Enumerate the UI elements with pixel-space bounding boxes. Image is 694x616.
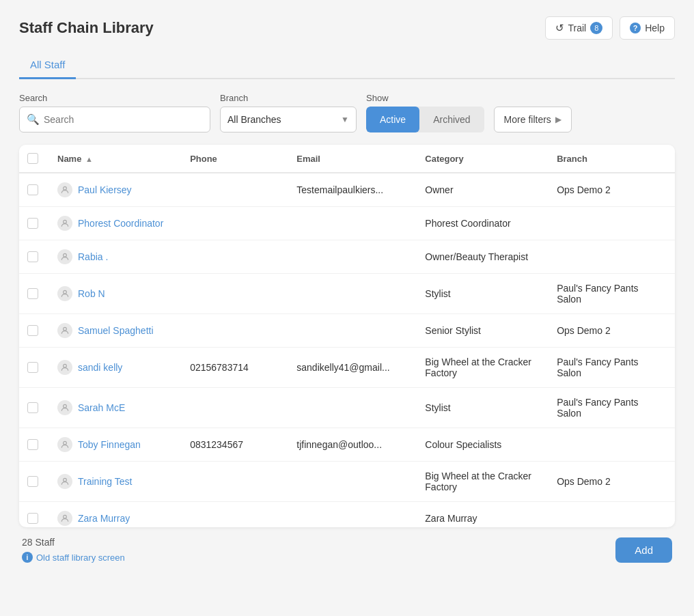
col-header-branch: Branch bbox=[546, 145, 675, 173]
tab-all-staff[interactable]: All Staff bbox=[19, 52, 76, 79]
select-all-header[interactable] bbox=[19, 145, 46, 173]
staff-name-link[interactable]: Rob N bbox=[57, 286, 168, 301]
row-checkbox[interactable] bbox=[27, 251, 38, 262]
col-header-category: Category bbox=[414, 145, 546, 173]
row-checkbox-cell[interactable] bbox=[19, 388, 46, 428]
row-checkbox-cell[interactable] bbox=[19, 274, 46, 314]
staff-name-link[interactable]: Rabia . bbox=[57, 249, 168, 264]
row-name-cell: Sarah McE bbox=[46, 388, 179, 428]
row-branch-cell: Ops Demo 2 bbox=[546, 462, 675, 502]
row-checkbox-cell[interactable] bbox=[19, 502, 46, 528]
avatar bbox=[57, 400, 72, 415]
table-row: Rob N Stylist Paul's Fancy Pants Salon bbox=[19, 274, 675, 314]
footer-row: 28 Staff i Old staff library screen Add bbox=[19, 527, 675, 563]
row-category-cell: Zara Murray bbox=[414, 502, 546, 528]
row-category-cell: Big Wheel at the Cracker Factory bbox=[414, 462, 546, 502]
avatar bbox=[57, 323, 72, 338]
staff-name-link[interactable]: Training Test bbox=[57, 474, 168, 489]
staff-name-link[interactable]: Samuel Spaghetti bbox=[57, 323, 168, 338]
row-email-cell: Testemailpaulkiers... bbox=[286, 173, 414, 207]
row-checkbox[interactable] bbox=[27, 184, 38, 195]
old-screen-link[interactable]: i Old staff library screen bbox=[22, 552, 125, 563]
show-group: Show Active Archived bbox=[366, 93, 484, 132]
more-filters-button[interactable]: More filters ▶ bbox=[494, 107, 572, 132]
more-filters-group: _ More filters ▶ bbox=[494, 93, 572, 132]
row-checkbox[interactable] bbox=[27, 218, 38, 229]
row-name-cell: sandi kelly bbox=[46, 348, 179, 388]
chevron-down-icon: ▼ bbox=[341, 115, 349, 124]
row-name-cell: Rabia . bbox=[46, 240, 179, 274]
col-header-phone: Phone bbox=[179, 145, 286, 173]
row-checkbox-cell[interactable] bbox=[19, 462, 46, 502]
row-checkbox[interactable] bbox=[27, 513, 38, 524]
row-checkbox[interactable] bbox=[27, 402, 38, 413]
row-checkbox[interactable] bbox=[27, 439, 38, 450]
row-branch-cell: Paul's Fancy Pants Salon bbox=[546, 388, 675, 428]
row-checkbox[interactable] bbox=[27, 362, 38, 373]
avatar bbox=[57, 216, 72, 231]
row-checkbox-cell[interactable] bbox=[19, 240, 46, 274]
row-checkbox-cell[interactable] bbox=[19, 348, 46, 388]
row-name-cell: Paul Kiersey bbox=[46, 173, 179, 207]
table-row: Samuel Spaghetti Senior Stylist Ops Demo… bbox=[19, 314, 675, 348]
staff-name-link[interactable]: Zara Murray bbox=[57, 511, 168, 526]
search-input[interactable] bbox=[44, 114, 203, 125]
row-phone-cell bbox=[179, 207, 286, 240]
col-header-email: Email bbox=[286, 145, 414, 173]
info-icon: i bbox=[22, 552, 33, 563]
staff-table: Name ▲ Phone Email Category bbox=[19, 145, 675, 527]
row-checkbox[interactable] bbox=[27, 288, 38, 299]
table-container[interactable]: Name ▲ Phone Email Category bbox=[19, 145, 675, 527]
row-phone-cell: 0831234567 bbox=[179, 428, 286, 462]
row-checkbox[interactable] bbox=[27, 325, 38, 336]
search-input-wrap[interactable]: 🔍 bbox=[19, 107, 210, 132]
row-checkbox-cell[interactable] bbox=[19, 428, 46, 462]
row-email-cell: tjfinnegan@outloo... bbox=[286, 428, 414, 462]
avatar bbox=[57, 474, 72, 489]
show-archived-button[interactable]: Archived bbox=[419, 107, 484, 132]
add-button[interactable]: Add bbox=[615, 537, 672, 563]
table-row: Phorest Coordinator Phorest Coordinator bbox=[19, 207, 675, 240]
row-category-cell: Colour Specialists bbox=[414, 428, 546, 462]
branch-value: All Branches bbox=[227, 114, 281, 125]
staff-name-link[interactable]: Sarah McE bbox=[57, 400, 168, 415]
row-name-cell: Samuel Spaghetti bbox=[46, 314, 179, 348]
row-branch-cell bbox=[546, 428, 675, 462]
row-checkbox[interactable] bbox=[27, 476, 38, 487]
row-checkbox-cell[interactable] bbox=[19, 207, 46, 240]
row-email-cell bbox=[286, 314, 414, 348]
staff-name-link[interactable]: Phorest Coordinator bbox=[57, 216, 168, 231]
help-button[interactable]: ? Help bbox=[620, 16, 675, 40]
branch-group: Branch All Branches ▼ bbox=[220, 93, 357, 132]
row-phone-cell: 02156783714 bbox=[179, 348, 286, 388]
row-category-cell: Stylist bbox=[414, 388, 546, 428]
row-branch-cell: Paul's Fancy Pants Salon bbox=[546, 274, 675, 314]
row-checkbox-cell[interactable] bbox=[19, 314, 46, 348]
staff-count: 28 Staff bbox=[22, 537, 125, 548]
row-email-cell bbox=[286, 388, 414, 428]
branch-label: Branch bbox=[220, 93, 357, 103]
filters-row: Search 🔍 Branch All Branches ▼ Show Acti… bbox=[19, 93, 675, 132]
staff-name-link[interactable]: Toby Finnegan bbox=[57, 437, 168, 452]
trail-button[interactable]: ↺ Trail 8 bbox=[545, 16, 613, 40]
avatar bbox=[57, 286, 72, 301]
staff-name-link[interactable]: Paul Kiersey bbox=[57, 182, 168, 197]
svg-point-5 bbox=[64, 364, 67, 367]
row-category-cell: Big Wheel at the Cracker Factory bbox=[414, 348, 546, 388]
avatar bbox=[57, 437, 72, 452]
table-row: sandi kelly 02156783714 sandikelly41@gma… bbox=[19, 348, 675, 388]
staff-table-card: Name ▲ Phone Email Category bbox=[19, 145, 675, 527]
app-title: Staff Chain Library bbox=[19, 19, 154, 37]
select-all-checkbox[interactable] bbox=[27, 153, 38, 164]
chevron-right-icon: ▶ bbox=[555, 115, 561, 124]
show-active-button[interactable]: Active bbox=[366, 107, 419, 132]
svg-point-9 bbox=[64, 515, 67, 518]
branch-dropdown[interactable]: All Branches ▼ bbox=[220, 107, 357, 132]
old-screen-label: Old staff library screen bbox=[36, 552, 125, 563]
name-sort-icon[interactable]: ▲ bbox=[85, 155, 93, 163]
row-category-cell: Stylist bbox=[414, 274, 546, 314]
svg-point-4 bbox=[64, 327, 67, 331]
staff-name-link[interactable]: sandi kelly bbox=[57, 360, 168, 375]
avatar bbox=[57, 360, 72, 375]
row-checkbox-cell[interactable] bbox=[19, 173, 46, 207]
